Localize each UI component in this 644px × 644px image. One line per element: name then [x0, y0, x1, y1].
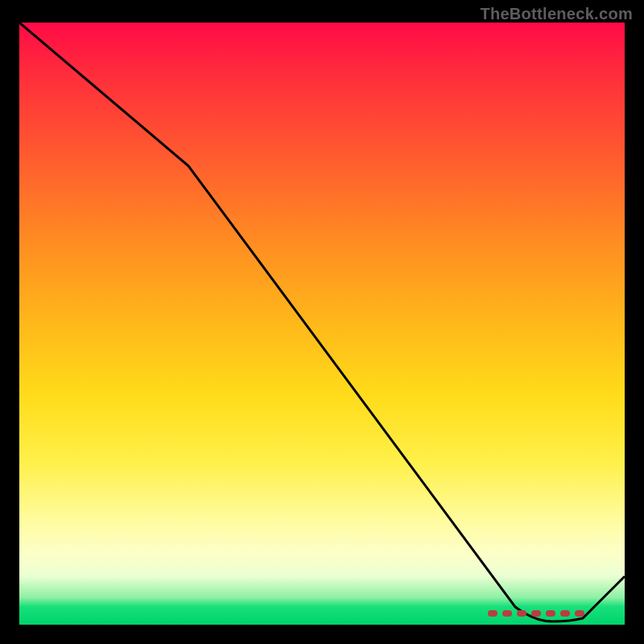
chart-svg — [19, 23, 625, 625]
watermark-label: TheBottleneck.com — [480, 5, 633, 23]
plot-frame — [19, 23, 625, 625]
chart-stage: TheBottleneck.com — [0, 0, 644, 644]
plot-area — [19, 23, 625, 625]
bottleneck-curve — [19, 23, 625, 621]
